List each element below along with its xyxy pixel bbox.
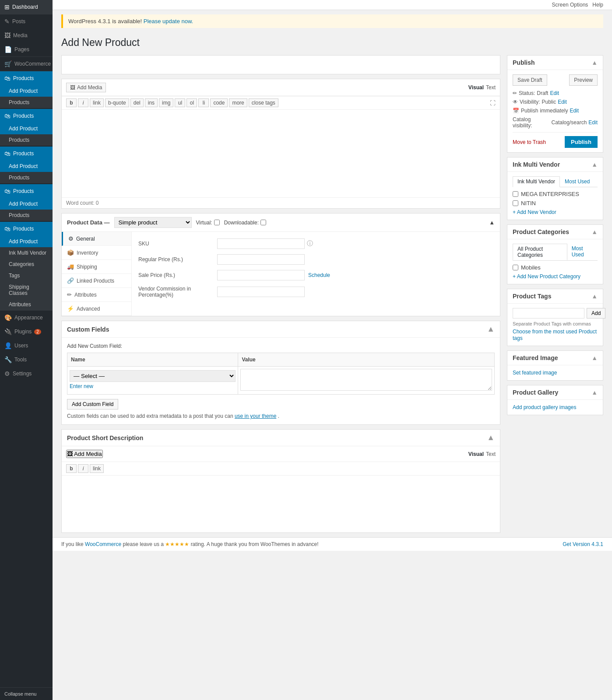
sidebar-item-appearance[interactable]: 🎨 Appearance xyxy=(0,311,53,325)
product-title-input[interactable] xyxy=(61,55,500,74)
tags-header[interactable]: Product Tags ▲ xyxy=(507,289,603,304)
featured-image-toggle[interactable]: ▲ xyxy=(591,354,598,361)
sale-price-input[interactable] xyxy=(217,270,305,280)
add-vendor-link[interactable]: + Add New Vendor xyxy=(513,209,598,215)
vendor-nitin-checkbox[interactable] xyxy=(513,200,518,206)
sidebar-item-users[interactable]: 👤 Users xyxy=(0,339,53,353)
sidebar-item-tools[interactable]: 🔧 Tools xyxy=(0,353,53,367)
sidebar-sub-shipping-classes[interactable]: Shipping Classes xyxy=(0,281,53,299)
sidebar-sub-attributes[interactable]: Attributes xyxy=(0,299,53,310)
publish-box-header[interactable]: Publish ▲ xyxy=(507,56,603,70)
short-desc-header[interactable]: Product Short Description ▲ xyxy=(62,430,500,446)
sidebar-item-products-4[interactable]: 🛍 Products xyxy=(0,184,53,198)
sidebar-sub-categories-1[interactable]: Categories xyxy=(0,259,53,270)
visual-tab[interactable]: Visual xyxy=(468,84,484,91)
categories-toggle[interactable]: ▲ xyxy=(591,228,598,235)
sidebar-item-woocommerce[interactable]: 🛒 WooCommerce xyxy=(0,57,53,71)
short-desc-text-tab[interactable]: Text xyxy=(486,451,496,457)
code-btn[interactable]: code xyxy=(210,98,228,107)
bold-btn[interactable]: b xyxy=(66,98,77,107)
status-edit-link[interactable]: Edit xyxy=(550,90,559,96)
categories-header[interactable]: Product Categories ▲ xyxy=(507,225,603,239)
tab-inventory[interactable]: 📦 Inventory xyxy=(62,246,131,260)
publish-btn[interactable]: Publish xyxy=(565,136,598,148)
tags-input[interactable] xyxy=(513,308,584,318)
virtual-checkbox[interactable] xyxy=(214,220,220,225)
add-category-link[interactable]: + Add New Product Category xyxy=(513,273,598,280)
vendor-commission-input[interactable] xyxy=(217,287,305,297)
sidebar-item-media[interactable]: 🖼 Media xyxy=(0,28,53,42)
add-media-btn[interactable]: 🖼 Add Media xyxy=(66,83,106,92)
sidebar-sub-ink-vendor-1[interactable]: Ink Multi Vendor xyxy=(0,247,53,259)
ol-btn[interactable]: ol xyxy=(186,98,197,107)
tab-shipping[interactable]: 🚚 Shipping xyxy=(62,260,131,274)
custom-field-value-input[interactable] xyxy=(240,369,492,391)
featured-image-header[interactable]: Featured Image ▲ xyxy=(507,351,603,365)
sidebar-item-posts[interactable]: ✎ Posts xyxy=(0,14,53,28)
catalog-edit-link[interactable]: Edit xyxy=(588,119,598,126)
sidebar-item-products-1[interactable]: 🛍 Products xyxy=(0,71,53,85)
fullscreen-icon[interactable]: ⛶ xyxy=(490,100,496,106)
sidebar-item-pages[interactable]: 📄 Pages xyxy=(0,42,53,56)
editor-content-area[interactable] xyxy=(62,110,500,197)
tab-general[interactable]: ⚙ General xyxy=(62,232,131,246)
sku-input[interactable] xyxy=(217,238,305,249)
preview-btn[interactable]: Preview xyxy=(569,74,598,86)
short-desc-visual-tab[interactable]: Visual xyxy=(468,451,484,457)
screen-options[interactable]: Screen Options xyxy=(552,2,588,8)
schedule-link[interactable]: Schedule xyxy=(308,272,330,278)
cat-tab-most-used[interactable]: Most Used xyxy=(567,244,598,260)
link-btn[interactable]: link xyxy=(90,98,104,107)
ink-vendor-toggle[interactable]: ▲ xyxy=(591,161,598,168)
tags-toggle[interactable]: ▲ xyxy=(591,293,598,300)
enter-new-link[interactable]: Enter new xyxy=(70,382,236,391)
regular-price-input[interactable] xyxy=(217,254,305,265)
short-desc-add-media-btn[interactable]: 🖼 Add Media xyxy=(66,450,103,458)
sidebar-sub-add-product-4[interactable]: Add Product xyxy=(0,198,53,210)
product-data-toggle[interactable]: ▲ xyxy=(489,219,495,226)
gallery-toggle[interactable]: ▲ xyxy=(591,389,598,396)
short-desc-editor-area[interactable] xyxy=(62,476,500,532)
update-link[interactable]: Please update now. xyxy=(144,18,193,24)
sidebar-item-settings[interactable]: ⚙ Settings xyxy=(0,367,53,381)
sidebar-sub-products-1[interactable]: Products xyxy=(0,97,53,108)
help-btn[interactable]: Help xyxy=(592,2,603,8)
sidebar-sub-add-product-3[interactable]: Add Product xyxy=(0,161,53,172)
footer-woocommerce-link[interactable]: WooCommerce xyxy=(85,541,121,547)
short-desc-bold-btn[interactable]: b xyxy=(66,464,77,473)
downloadable-checkbox[interactable] xyxy=(260,220,266,225)
sidebar-item-products-2[interactable]: 🛍 Products xyxy=(0,109,53,123)
footer-version-link[interactable]: Get Version 4.3.1 xyxy=(563,541,603,547)
product-type-select[interactable]: Simple product Variable product Grouped … xyxy=(114,217,192,228)
visibility-edit-link[interactable]: Edit xyxy=(558,99,567,105)
more-btn[interactable]: more xyxy=(229,98,247,107)
collapse-menu[interactable]: Collapse menu xyxy=(0,687,53,700)
tags-add-btn[interactable]: Add xyxy=(587,308,605,318)
most-used-tags-link[interactable]: Choose from the most used Product tags xyxy=(513,329,597,341)
li-btn[interactable]: li xyxy=(198,98,209,107)
gallery-header[interactable]: Product Gallery ▲ xyxy=(507,385,603,400)
custom-fields-toggle[interactable]: ▲ xyxy=(487,325,495,334)
vendor-mega-checkbox[interactable] xyxy=(513,191,518,197)
sidebar-item-products-5[interactable]: 🛍 Products xyxy=(0,222,53,236)
sidebar-item-dashboard[interactable]: ⊞ Dashboard xyxy=(0,0,53,14)
custom-field-name-select[interactable]: — Select — xyxy=(70,370,236,382)
set-featured-image-link[interactable]: Set featured image xyxy=(513,370,598,376)
ins-btn[interactable]: ins xyxy=(145,98,158,107)
short-desc-link-btn[interactable]: link xyxy=(90,464,104,473)
publish-date-edit-link[interactable]: Edit xyxy=(570,108,579,114)
img-btn[interactable]: img xyxy=(159,98,173,107)
add-custom-field-btn[interactable]: Add Custom Field xyxy=(67,399,118,410)
sidebar-sub-products-3[interactable]: Products xyxy=(0,172,53,183)
ink-vendor-header[interactable]: Ink Multi Vendor ▲ xyxy=(507,158,603,172)
bquote-btn[interactable]: b-quote xyxy=(105,98,129,107)
tab-advanced[interactable]: ⚡ Advanced xyxy=(62,302,131,316)
move-to-trash-link[interactable]: Move to Trash xyxy=(513,139,546,145)
del-btn[interactable]: del xyxy=(130,98,144,107)
sidebar-sub-tags[interactable]: Tags xyxy=(0,270,53,281)
vendor-tab-most-used[interactable]: Most Used xyxy=(560,176,594,187)
tab-linked-products[interactable]: 🔗 Linked Products xyxy=(62,274,131,288)
category-mobiles-checkbox[interactable] xyxy=(513,265,518,270)
sidebar-sub-add-product-2[interactable]: Add Product xyxy=(0,123,53,134)
custom-fields-header[interactable]: Custom Fields ▲ xyxy=(62,321,500,338)
